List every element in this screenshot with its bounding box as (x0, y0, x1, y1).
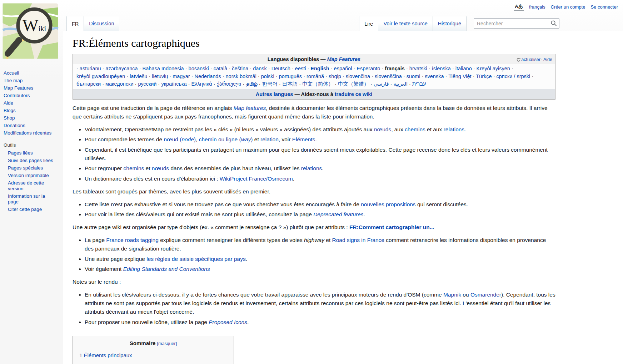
inline-link[interactable]: WikiProject France/Osmecum (220, 176, 293, 182)
search-icon[interactable] (550, 20, 557, 28)
sidebar-item-aide[interactable]: Aide (4, 100, 13, 106)
sidebar-item-information-sur-la-page[interactable]: Information sur la page (8, 193, 45, 204)
language-link[interactable]: Nederlands (194, 74, 221, 79)
tab-lire[interactable]: Lire (359, 16, 378, 31)
language-link[interactable]: български (76, 81, 101, 87)
language-link[interactable]: eesti (295, 66, 306, 71)
inline-link[interactable]: France roads tagging (106, 237, 158, 243)
language-link[interactable]: suomi (407, 74, 420, 79)
toc-toggle[interactable]: [masquer] (157, 341, 177, 346)
inline-link[interactable]: nouvelles propositions (361, 201, 415, 207)
search-input[interactable] (474, 18, 559, 29)
map-features-link[interactable]: Map Features (327, 56, 360, 62)
language-link[interactable]: עברית (412, 81, 426, 87)
language-link[interactable]: فارسی (374, 81, 389, 87)
sidebar-item-suivi-des-pages-liees[interactable]: Suivi des pages liées (8, 158, 53, 163)
language-link[interactable]: 한국어 (262, 81, 278, 87)
language-link[interactable]: English (310, 66, 329, 71)
sidebar-item-version-imprimable[interactable]: Version imprimable (8, 173, 49, 178)
language-link[interactable]: Türkçe (476, 74, 492, 79)
language-link[interactable]: kréyòl gwadloupéyen (76, 74, 125, 79)
inline-link[interactable]: Éléments (292, 136, 315, 142)
language-link[interactable]: čeština (232, 66, 248, 71)
language-link[interactable]: ქართული (217, 81, 241, 87)
language-link[interactable]: lietuvių (152, 74, 168, 79)
language-link[interactable]: română (306, 74, 324, 79)
language-link[interactable]: Bahasa Indonesia (143, 66, 184, 71)
sidebar-item-modifications-recentes[interactable]: Modifications récentes (4, 130, 51, 136)
inline-link[interactable]: Proposed Icons (209, 319, 247, 325)
inline-link[interactable]: FR:Comment cartographier un... (349, 224, 434, 230)
language-link[interactable]: русский (138, 81, 156, 87)
sidebar-item-accueil[interactable]: Accueil (4, 70, 19, 76)
language-link[interactable]: hrvatski (409, 66, 427, 71)
tab-voir-le-texte-source[interactable]: Voir le texte source (378, 16, 433, 31)
language-link[interactable]: norsk bokmål (226, 74, 256, 79)
language-link[interactable]: español (334, 66, 352, 71)
inline-link[interactable]: Road signs in France (332, 237, 384, 243)
language-link[interactable]: Kreyòl ayisyen (477, 66, 510, 71)
sidebar-item-pages-liees[interactable]: Pages liées (8, 150, 33, 156)
create-account-link[interactable]: Créer un compte (551, 4, 585, 10)
sidebar-item-map-features[interactable]: Map Features (4, 85, 33, 91)
language-link[interactable]: bosanski (189, 66, 209, 71)
language-link[interactable]: shqip (329, 74, 341, 79)
tab-fr[interactable]: FR (66, 16, 84, 31)
language-link[interactable]: azərbaycanca (105, 66, 138, 71)
inline-link[interactable]: nœud ( (164, 136, 181, 142)
autres-langues-link[interactable]: Autres langues (256, 91, 293, 97)
language-link[interactable]: italiano (455, 66, 472, 71)
language-link[interactable]: தமிழ் (246, 81, 258, 87)
language-link[interactable]: Esperanto (357, 66, 380, 71)
interface-language-link[interactable]: français (529, 4, 545, 10)
language-link[interactable]: slovenčina (346, 74, 370, 79)
language-link[interactable]: Deutsch (271, 66, 290, 71)
inline-link[interactable]: Osmarender (470, 292, 501, 298)
language-link[interactable]: svenska (425, 74, 444, 79)
sidebar-item-adresse-de-cette-version[interactable]: Adresse de cette version (8, 180, 44, 191)
language-settings-icon[interactable]: Aあ (514, 3, 524, 11)
language-link[interactable]: slovenščina (375, 74, 402, 79)
language-link[interactable]: dansk (253, 66, 267, 71)
inline-link[interactable]: les règles de saisie spécifiques par pay… (146, 256, 245, 262)
wiki-logo[interactable]: Wiki (2, 3, 59, 59)
toc-link-elements-principaux[interactable]: 1 Éléments principaux (79, 352, 132, 358)
inline-link[interactable]: chemins (405, 126, 425, 132)
language-link[interactable]: 中文（繁體） (338, 81, 369, 87)
sidebar-item-citer-cette-page[interactable]: Citer cette page (8, 207, 42, 212)
language-link[interactable]: العربية (393, 81, 408, 87)
language-link[interactable]: português (279, 74, 302, 79)
language-link[interactable]: македонски (105, 81, 134, 87)
inline-link[interactable]: Map features (234, 105, 266, 111)
language-link[interactable]: Ελληνικά (191, 81, 212, 87)
sidebar-item-shop[interactable]: Shop (4, 115, 15, 121)
sidebar-item-blogs[interactable]: Blogs (4, 108, 16, 113)
languages-help-link[interactable]: Aide (543, 55, 552, 64)
language-link[interactable]: íslenska (432, 66, 451, 71)
inline-link[interactable]: node (181, 136, 194, 142)
inline-link[interactable]: relations (444, 126, 465, 132)
inline-link[interactable]: relations (301, 165, 322, 171)
login-link[interactable]: Se connecter (590, 4, 618, 10)
language-link[interactable]: українська (161, 81, 186, 87)
sidebar-item-contributors[interactable]: Contributors (4, 93, 30, 98)
inline-link[interactable]: Editing Standards and Conventions (123, 266, 210, 272)
language-link[interactable]: 中文（简体） (302, 81, 333, 87)
inline-link[interactable]: Deprecated features (313, 211, 363, 217)
language-link[interactable]: polski (261, 74, 274, 79)
inline-link[interactable]: chemins (124, 165, 144, 171)
language-link[interactable]: latviešu (130, 74, 147, 79)
inline-link[interactable]: nœuds (152, 165, 169, 171)
inline-link[interactable]: Mapnik (443, 292, 461, 298)
language-link[interactable]: 日本語 (282, 81, 298, 87)
tab-discussion[interactable]: Discussion (84, 16, 119, 31)
traduire-ce-wiki-link[interactable]: traduire ce wiki (335, 91, 373, 97)
sidebar-item-the-map[interactable]: The map (4, 78, 23, 83)
inline-link[interactable]: chemin ou ligne ( (199, 136, 241, 142)
sidebar-item-donations[interactable]: Donations (4, 123, 25, 128)
language-link[interactable]: català (214, 66, 228, 71)
inline-link[interactable]: way (241, 136, 251, 142)
inline-link[interactable]: relation (260, 136, 279, 142)
language-link[interactable]: српски / srpski (496, 74, 530, 79)
sidebar-item-pages-speciales[interactable]: Pages spéciales (8, 165, 43, 171)
